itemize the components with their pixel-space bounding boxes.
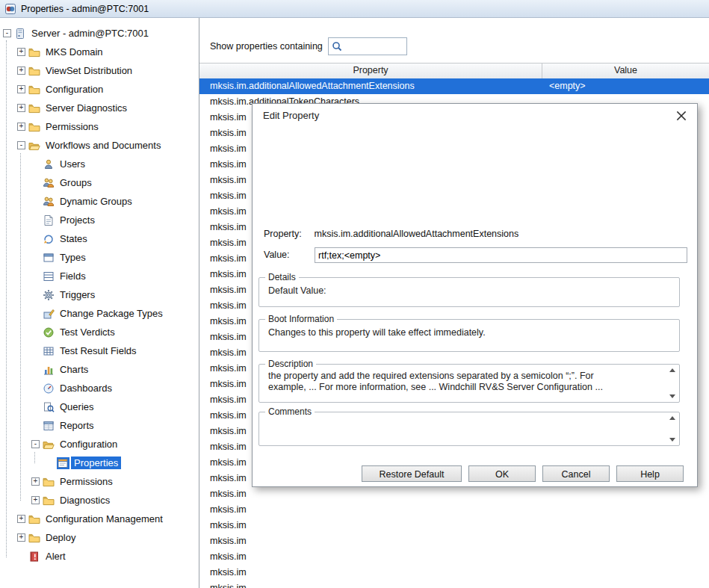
tree-item-projects[interactable]: Projects: [0, 211, 199, 229]
scroll-down-icon[interactable]: [669, 394, 675, 398]
tree-item-dashboards[interactable]: Dashboards: [0, 379, 199, 397]
app-icon: [4, 3, 16, 15]
tree-item-groups[interactable]: Groups: [0, 173, 199, 192]
comments-text[interactable]: [259, 412, 679, 445]
ok-button[interactable]: OK: [468, 465, 536, 482]
bar-chart-icon: [43, 364, 55, 376]
tree-item-label: Alert: [43, 550, 69, 563]
states-icon: [43, 233, 55, 245]
table-row[interactable]: mksis.im: [199, 549, 709, 565]
property-cell: mksis.im: [199, 502, 542, 518]
expand-toggle-icon[interactable]: +: [17, 533, 25, 542]
collapse-toggle-icon[interactable]: -: [31, 440, 40, 448]
value-input[interactable]: [315, 247, 687, 263]
expand-toggle-icon[interactable]: +: [17, 48, 25, 56]
tree-item-reports[interactable]: Reports: [0, 416, 199, 435]
tree-item-test-result-fields[interactable]: Test Result Fields: [0, 341, 199, 360]
tree-item-change-package-types[interactable]: Change Package Types: [0, 304, 199, 323]
expand-toggle-icon[interactable]: +: [17, 515, 25, 523]
restore-default-button[interactable]: Restore Default: [362, 465, 462, 482]
tree-item-configuration[interactable]: +Configuration: [0, 80, 199, 99]
column-header-value[interactable]: Value: [542, 64, 709, 78]
folder-icon: [28, 513, 41, 525]
tree-item-permissions-wd[interactable]: +Permissions: [0, 472, 199, 491]
expand-toggle-icon[interactable]: +: [31, 477, 40, 486]
property-cell: mksis.im.additionalAllowedAttachmentExte…: [199, 78, 542, 94]
alert-book-icon: [28, 551, 41, 563]
tree-item-diagnostics[interactable]: +Diagnostics: [0, 491, 199, 510]
tree-item-types[interactable]: Types: [0, 248, 199, 267]
tree-item-deploy[interactable]: +Deploy: [0, 528, 199, 547]
title-bar: Properties - admin@PTC:7001: [0, 0, 709, 18]
tree-item-label: Server Diagnostics: [43, 102, 130, 114]
tree-item-users[interactable]: Users: [0, 155, 199, 173]
tree-item-label: Fields: [57, 270, 89, 282]
scroll-down-icon[interactable]: [669, 438, 675, 442]
table-header: Property Value: [199, 63, 709, 79]
tree-item-charts[interactable]: Charts: [0, 360, 199, 379]
tree-item-configuration-wd[interactable]: -Configuration: [0, 435, 199, 454]
value-cell: <empty>: [542, 78, 709, 94]
tree-spacer: [31, 272, 40, 280]
folder-icon: [28, 46, 41, 58]
scroll-up-icon[interactable]: [669, 368, 675, 372]
tree-item-label: Deploy: [43, 531, 78, 544]
tree-item-alert[interactable]: Alert: [0, 547, 199, 566]
expand-toggle-icon[interactable]: +: [17, 104, 25, 112]
tree-item-permissions[interactable]: +Permissions: [0, 117, 199, 136]
collapse-toggle-icon[interactable]: -: [17, 141, 25, 149]
tree-item-triggers[interactable]: Triggers: [0, 285, 199, 304]
gauge-icon: [43, 383, 55, 394]
tree-item-mks-domain[interactable]: +MKS Domain: [0, 43, 199, 61]
report-table-icon: [43, 420, 55, 432]
tree-item-workflows-and-documents[interactable]: -Workflows and Documents: [0, 136, 199, 155]
tree-spacer: [31, 160, 40, 168]
tree-item-properties[interactable]: Properties: [0, 454, 199, 472]
tree-item-states[interactable]: States: [0, 229, 199, 248]
table-row[interactable]: mksis.im.additionalAllowedAttachmentExte…: [199, 78, 709, 94]
tree-item-fields[interactable]: Fields: [0, 267, 199, 285]
column-header-property[interactable]: Property: [199, 64, 542, 78]
dialog-title: Edit Property: [263, 110, 319, 121]
expand-toggle-icon[interactable]: +: [31, 496, 40, 504]
tree: -Server - admin@PTC:7001+MKS Domain+View…: [0, 18, 199, 566]
scroll-up-icon[interactable]: [669, 416, 675, 420]
tree-item-dynamic-groups[interactable]: Dynamic Groups: [0, 192, 199, 211]
folder-open-icon: [28, 140, 41, 152]
window-title: Properties - admin@PTC:7001: [21, 4, 149, 14]
tree-item-label: Server - admin@PTC:7001: [28, 27, 152, 40]
tree-item-label: Groups: [57, 176, 95, 189]
property-cell: mksis.im: [199, 486, 542, 502]
table-row[interactable]: mksis.im: [199, 533, 709, 549]
table-row[interactable]: mksis.im: [199, 518, 709, 533]
tree-item-viewset-distribution[interactable]: +ViewSet Distribution: [0, 61, 199, 80]
expand-toggle-icon[interactable]: +: [17, 66, 25, 75]
tree-item-label: Change Package Types: [57, 307, 166, 320]
cancel-button[interactable]: Cancel: [542, 465, 610, 482]
tree-item-test-verdicts[interactable]: Test Verdicts: [0, 323, 199, 341]
table-row[interactable]: mksis.im: [199, 486, 709, 502]
expand-toggle-icon[interactable]: +: [17, 85, 25, 93]
description-line-partial: example, ... For more information, see .…: [268, 382, 661, 393]
fields-icon: [43, 270, 55, 282]
tree-item-server-diagnostics[interactable]: +Server Diagnostics: [0, 99, 199, 117]
search-input[interactable]: [345, 39, 406, 54]
close-icon[interactable]: [675, 109, 688, 123]
help-button[interactable]: Help: [616, 465, 684, 482]
expand-toggle-icon[interactable]: +: [17, 123, 25, 131]
tree-item-label: Triggers: [57, 288, 98, 301]
tree-item-server-root[interactable]: -Server - admin@PTC:7001: [0, 24, 199, 43]
tree-spacer: [31, 179, 40, 187]
property-cell: mksis.im: [199, 533, 542, 549]
search-doc-icon: [43, 401, 55, 413]
tree-item-configuration-management[interactable]: +Configuration Management: [0, 510, 199, 528]
table-row[interactable]: mksis.im: [199, 565, 709, 581]
tree-item-label: Types: [57, 251, 89, 264]
collapse-toggle-icon[interactable]: -: [3, 29, 11, 37]
value-cell: [542, 502, 709, 518]
table-row[interactable]: mksis.im: [199, 581, 709, 588]
table-row[interactable]: mksis.im: [199, 502, 709, 518]
comments-group: Comments: [258, 412, 680, 446]
tree-item-label: Users: [57, 158, 88, 170]
tree-item-queries[interactable]: Queries: [0, 397, 199, 416]
